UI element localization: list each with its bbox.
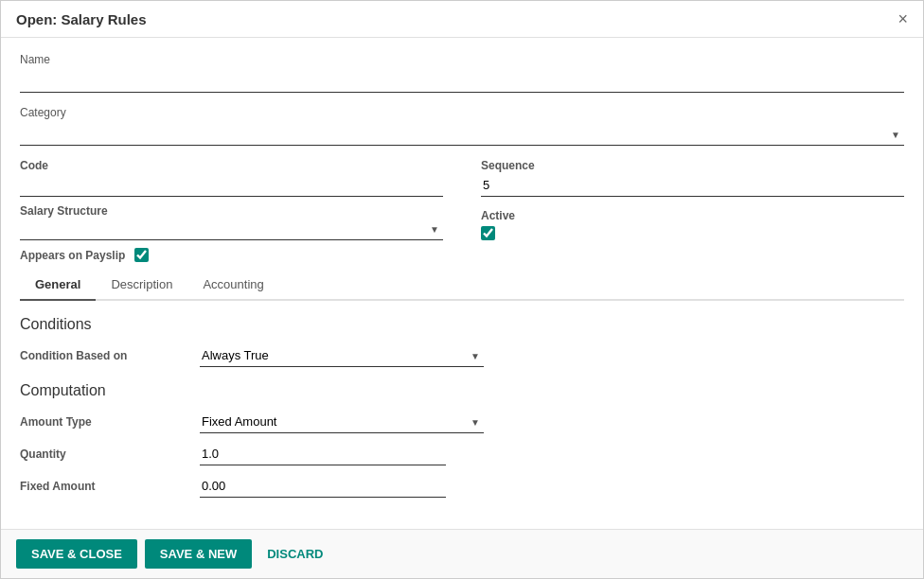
- quantity-row: Quantity: [20, 443, 904, 465]
- computation-section: Computation Amount Type Fixed Amount Per…: [20, 382, 904, 498]
- name-label: Name: [20, 53, 904, 66]
- computation-title: Computation: [20, 382, 904, 399]
- quantity-input[interactable]: [200, 443, 446, 465]
- category-label: Category: [20, 106, 904, 119]
- code-sequence-row: Code Sequence: [20, 159, 904, 197]
- condition-based-on-row: Condition Based on Always True Range Pyt…: [20, 344, 904, 367]
- category-select[interactable]: [20, 123, 904, 146]
- fixed-amount-input[interactable]: [200, 475, 446, 498]
- active-checkbox[interactable]: [481, 226, 495, 240]
- salary-structure-select[interactable]: [20, 218, 443, 240]
- sequence-label: Sequence: [481, 159, 904, 172]
- salary-structure-select-wrapper: ▼: [20, 218, 443, 240]
- condition-based-on-label: Condition Based on: [20, 349, 190, 362]
- save-new-button[interactable]: SAVE & NEW: [145, 539, 252, 569]
- sequence-input[interactable]: [481, 174, 904, 197]
- modal-body: Name Category ▼ Code: [1, 38, 923, 529]
- category-select-wrapper: ▼: [20, 123, 904, 146]
- modal-footer: SAVE & CLOSE SAVE & NEW DISCARD: [1, 529, 923, 578]
- salary-rules-modal: Open: Salary Rules × Name Category ▼: [0, 0, 924, 579]
- condition-based-on-select[interactable]: Always True Range Python Expression: [200, 344, 484, 367]
- amount-type-label: Amount Type: [20, 415, 190, 429]
- category-group: Category ▼: [20, 106, 904, 146]
- code-field: Code: [20, 159, 443, 197]
- code-input[interactable]: [20, 174, 443, 197]
- tab-description[interactable]: Description: [96, 270, 187, 301]
- fixed-amount-row: Fixed Amount: [20, 475, 904, 498]
- active-field: Active: [481, 209, 904, 240]
- tabs-bar: General Description Accounting: [20, 270, 904, 301]
- appears-on-payslip-row: Appears on Payslip: [20, 248, 904, 262]
- salary-active-row: Salary Structure ▼ Active: [20, 204, 904, 240]
- appears-on-payslip-checkbox[interactable]: [134, 248, 149, 262]
- sequence-field: Sequence: [481, 159, 904, 197]
- conditions-section: Conditions Condition Based on Always Tru…: [20, 316, 904, 367]
- appears-on-payslip-label: Appears on Payslip: [20, 249, 125, 262]
- name-input[interactable]: [20, 70, 904, 93]
- tab-general[interactable]: General: [20, 270, 96, 301]
- salary-structure-field: Salary Structure ▼: [20, 204, 443, 240]
- amount-type-row: Amount Type Fixed Amount Percentage (%) …: [20, 411, 904, 433]
- active-label: Active: [481, 209, 904, 222]
- discard-button[interactable]: DISCARD: [259, 539, 330, 569]
- modal-header: Open: Salary Rules ×: [1, 1, 923, 38]
- name-group: Name: [20, 53, 904, 93]
- fixed-amount-label: Fixed Amount: [20, 480, 190, 493]
- active-checkbox-wrapper: [481, 226, 904, 240]
- quantity-label: Quantity: [20, 447, 190, 461]
- close-button[interactable]: ×: [897, 10, 908, 27]
- save-close-button[interactable]: SAVE & CLOSE: [16, 539, 137, 569]
- code-label: Code: [20, 159, 443, 172]
- amount-type-select[interactable]: Fixed Amount Percentage (%) Python Code: [200, 411, 484, 433]
- salary-structure-label: Salary Structure: [20, 204, 443, 218]
- modal-title: Open: Salary Rules: [16, 11, 147, 27]
- amount-type-select-wrapper: Fixed Amount Percentage (%) Python Code …: [200, 411, 484, 433]
- tab-accounting[interactable]: Accounting: [187, 270, 278, 301]
- conditions-title: Conditions: [20, 316, 904, 333]
- condition-based-on-select-wrapper: Always True Range Python Expression ▼: [200, 344, 484, 367]
